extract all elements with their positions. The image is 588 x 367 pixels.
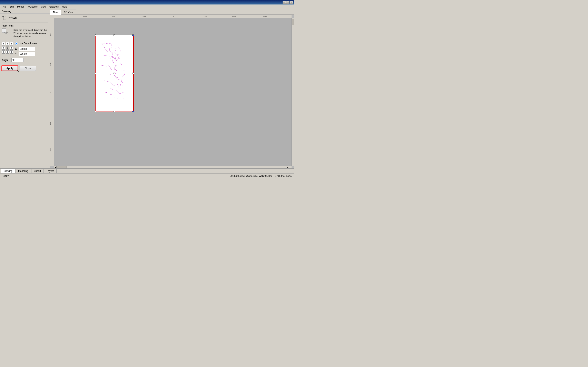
menu-gadgets[interactable]: Gadgets — [48, 5, 60, 8]
rotate-panel: Rotate Pivot Point Drag the — [0, 14, 50, 168]
ruler-left: 2000 1000 0 -1000 -2000 — [50, 18, 54, 166]
pivot-label: Pivot Point — [2, 25, 48, 27]
ruler-mark: -1000 — [142, 16, 146, 18]
panel-header: Drawing — [0, 9, 50, 14]
tab-new[interactable]: New — [50, 10, 61, 15]
status-ready: Ready — [2, 175, 9, 177]
menu-help[interactable]: Help — [60, 5, 69, 8]
menu-bar: File Edit Model Toolpaths View Gadgets H… — [0, 4, 294, 9]
button-row: Apply ↖ Close — [2, 66, 48, 71]
handle-br[interactable] — [132, 111, 134, 112]
angle-row: Angle — [2, 58, 48, 62]
pivot-section: Pivot Point Drag the pivot point directl… — [2, 25, 48, 38]
grid-dot-bl[interactable] — [2, 50, 5, 54]
document-area — [95, 35, 134, 112]
handle-mr[interactable] — [132, 73, 134, 74]
tab-bar: New 3D View — [50, 9, 294, 15]
angle-label: Angle — [2, 59, 10, 62]
y-label: Y: — [15, 52, 18, 55]
ruler-mark-v: -2000 — [50, 148, 52, 152]
close-window-button[interactable]: ✕ — [290, 1, 293, 4]
status-coords: X:-3204.5563 Y:729.8658 W:1095.500 H:171… — [230, 175, 292, 177]
ruler-mark-v: 1000 — [50, 63, 52, 66]
rotate-title-row: Rotate — [2, 15, 48, 22]
x-label: X: — [15, 48, 18, 50]
grid-dot-bc[interactable] — [6, 50, 9, 54]
minimize-button[interactable]: — — [283, 1, 286, 4]
menu-toolpaths[interactable]: Toolpaths — [26, 5, 39, 8]
svg-rect-0 — [3, 17, 6, 20]
grid-dot-br[interactable] — [10, 50, 13, 54]
title-bar-controls: — □ ✕ — [283, 1, 293, 4]
apply-button[interactable]: Apply — [2, 66, 18, 71]
close-button[interactable]: Close — [20, 66, 36, 71]
bottom-tab-modeling[interactable]: Modeling — [16, 169, 31, 173]
art-paths — [98, 39, 132, 109]
handle-tl[interactable] — [95, 34, 96, 36]
handle-ml[interactable] — [95, 73, 96, 74]
ruler-mark: -2000 — [111, 16, 115, 18]
status-bar: Ready X:-3204.5563 Y:729.8658 W:1095.500… — [0, 173, 294, 178]
handle-bl[interactable] — [95, 111, 96, 112]
bottom-tab-layers[interactable]: Layers — [44, 169, 57, 173]
rotate-icon — [2, 15, 7, 21]
y-coord-row: Y: — [15, 52, 37, 56]
bottom-tab-drawing[interactable]: Drawing — [1, 169, 15, 173]
pivot-icon — [2, 28, 12, 38]
x-input[interactable] — [19, 47, 35, 51]
ruler-mark-v: -1000 — [50, 122, 52, 125]
grid-dot-center[interactable] — [6, 46, 9, 50]
maximize-button[interactable]: □ — [286, 1, 290, 4]
ruler-mark-v: 2000 — [50, 33, 52, 36]
tab-3d-view[interactable]: 3D View — [61, 9, 76, 15]
handle-bc[interactable] — [113, 111, 115, 112]
grid-dot-tr[interactable] — [10, 42, 13, 45]
ruler-mark: 2000 — [232, 16, 236, 18]
bottom-tab-clipart[interactable]: Clipart — [31, 169, 44, 173]
ruler-mark-v: 0 — [50, 92, 52, 93]
angle-input[interactable] — [11, 58, 24, 62]
menu-model[interactable]: Model — [16, 5, 26, 8]
canvas-scrollbar-vertical[interactable] — [292, 18, 294, 166]
apply-button-wrap: Apply ↖ — [2, 66, 18, 71]
xy-coords: Use Coordinates X: Y: — [15, 40, 37, 56]
canvas-inner — [54, 18, 292, 166]
pivot-content: Drag the pivot point directly in the 2D … — [2, 28, 48, 38]
grid-dot-tc[interactable] — [6, 42, 9, 45]
grid-dot-ml[interactable] — [2, 46, 5, 50]
pivot-grid-dots — [2, 42, 13, 54]
canvas-scrollbar-horizontal[interactable]: ◄ ► — [54, 166, 292, 168]
canvas-wrapper: -3000 -2000 -1000 0 1000 2000 3000 — [50, 15, 294, 168]
rotate-title: Rotate — [9, 17, 17, 20]
ruler-mark: -3000 — [83, 16, 87, 18]
grid-dot-mr[interactable] — [10, 46, 13, 50]
ruler-mark: 3000 — [263, 16, 267, 18]
use-coordinates-radio[interactable] — [15, 42, 18, 45]
handle-tr[interactable] — [132, 34, 134, 36]
use-coordinates-row: Use Coordinates — [15, 42, 37, 45]
use-coordinates-label: Use Coordinates — [18, 42, 37, 45]
canvas-area: New 3D View -3000 -2000 -1000 0 1000 200… — [50, 9, 294, 168]
handle-tc[interactable] — [113, 34, 115, 36]
menu-view[interactable]: View — [39, 5, 48, 8]
title-bar: — □ ✕ — [0, 0, 294, 4]
ruler-mark: 1000 — [204, 16, 208, 18]
y-input[interactable] — [19, 52, 35, 56]
pivot-grid: Use Coordinates X: Y: — [2, 40, 48, 56]
menu-file[interactable]: File — [1, 5, 8, 8]
svg-rect-1 — [2, 29, 6, 33]
grid-dot-tl[interactable] — [2, 42, 5, 45]
pivot-description: Drag the pivot point directly in the 2D … — [13, 29, 48, 38]
menu-edit[interactable]: Edit — [8, 5, 16, 8]
ruler-corner — [50, 15, 54, 18]
x-coord-row: X: — [15, 47, 37, 51]
ruler-top: -3000 -2000 -1000 0 1000 2000 3000 — [54, 15, 292, 18]
svg-point-3 — [6, 32, 7, 33]
scroll-right-button[interactable]: ► — [287, 166, 289, 168]
left-panel: Drawing Rotate Pivot Point — [0, 9, 50, 168]
scroll-left-button[interactable]: ◄ — [54, 166, 57, 168]
main-layout: Drawing Rotate Pivot Point — [0, 9, 294, 168]
bottom-tabs: Drawing Modeling Clipart Layers — [0, 168, 294, 173]
